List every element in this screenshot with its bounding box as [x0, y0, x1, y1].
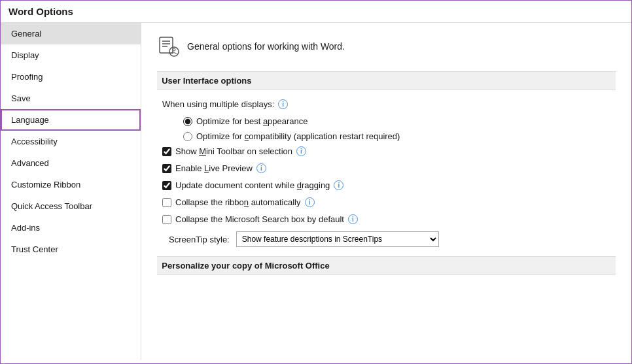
checkbox-collapse-search-label[interactable]: Collapse the Microsoft Search box by def… — [175, 214, 344, 224]
screentip-select[interactable]: Show feature descriptions in ScreenTips … — [236, 231, 439, 247]
sidebar-item-quick-access-toolbar[interactable]: Quick Access Toolbar — [1, 195, 141, 217]
title-bar: Word Options — [1, 1, 631, 23]
sidebar-item-advanced[interactable]: Advanced — [1, 152, 141, 174]
checkbox-mini-toolbar[interactable] — [162, 147, 171, 156]
multiple-displays-row: When using multiple displays: i — [162, 99, 610, 109]
dialog-title: Word Options — [9, 6, 73, 17]
section-personalize: Personalize your copy of Microsoft Offic… — [157, 256, 616, 275]
checkbox-row-mini-toolbar: Show Mini Toolbar on selection i — [162, 146, 610, 156]
content-header-text: General options for working with Word. — [187, 41, 345, 52]
checkbox-collapse-search[interactable] — [162, 215, 171, 224]
radio-row-compatibility: Optimize for compatibility (application … — [183, 131, 610, 141]
checkbox-live-preview[interactable] — [162, 164, 171, 173]
main-container: General Display Proofing Save Language A… — [1, 23, 631, 360]
update-dragging-info-icon: i — [334, 180, 343, 190]
radio-row-best-appearance: Optimize for best appearance — [183, 116, 610, 126]
sidebar-item-display[interactable]: Display — [1, 44, 141, 66]
mini-toolbar-info-icon: i — [296, 146, 306, 156]
collapse-ribbon-info-icon: i — [305, 197, 315, 207]
collapse-search-info-icon: i — [348, 214, 358, 224]
checkbox-row-update-dragging: Update document content while dragging i — [162, 180, 610, 190]
screentip-label: ScreenTip style: — [169, 235, 230, 244]
sidebar-item-customize-ribbon[interactable]: Customize Ribbon — [1, 174, 141, 195]
sidebar-item-proofing[interactable]: Proofing — [1, 66, 141, 88]
radio-best-appearance-label[interactable]: Optimize for best appearance — [196, 116, 308, 126]
radio-compatibility-label[interactable]: Optimize for compatibility (application … — [196, 131, 400, 141]
section-user-interface: User Interface options — [157, 71, 616, 90]
checkbox-row-collapse-ribbon: Collapse the ribbon automatically i — [162, 197, 610, 207]
content-area: General options for working with Word. U… — [141, 23, 631, 360]
sidebar-item-save[interactable]: Save — [1, 88, 141, 109]
checkbox-live-preview-label[interactable]: Enable Live Preview — [175, 163, 253, 173]
sidebar-item-accessibility[interactable]: Accessibility — [1, 131, 141, 152]
live-preview-info-icon: i — [256, 163, 266, 173]
svg-rect-0 — [160, 37, 173, 53]
general-icon — [157, 35, 181, 58]
checkbox-collapse-ribbon[interactable] — [162, 198, 171, 207]
multiple-displays-label: When using multiple displays: — [162, 99, 274, 109]
content-header: General options for working with Word. — [157, 35, 616, 58]
checkbox-row-live-preview: Enable Live Preview i — [162, 163, 610, 173]
checkbox-mini-toolbar-label[interactable]: Show Mini Toolbar on selection — [175, 146, 292, 156]
checkbox-collapse-ribbon-label[interactable]: Collapse the ribbon automatically — [175, 197, 301, 207]
sidebar-item-language[interactable]: Language — [1, 109, 141, 131]
radio-best-appearance[interactable] — [183, 117, 192, 126]
sidebar: General Display Proofing Save Language A… — [1, 23, 141, 360]
radio-group: Optimize for best appearance Optimize fo… — [162, 116, 610, 141]
sidebar-item-general[interactable]: General — [1, 23, 141, 44]
checkbox-update-dragging-label[interactable]: Update document content while dragging — [175, 180, 330, 190]
screentip-row: ScreenTip style: Show feature descriptio… — [162, 231, 610, 247]
sidebar-item-trust-center[interactable]: Trust Center — [1, 239, 141, 260]
checkbox-update-dragging[interactable] — [162, 181, 171, 190]
sidebar-item-add-ins[interactable]: Add-ins — [1, 217, 141, 239]
options-group: When using multiple displays: i Optimize… — [157, 99, 616, 247]
radio-compatibility[interactable] — [183, 132, 192, 141]
checkbox-row-collapse-search: Collapse the Microsoft Search box by def… — [162, 214, 610, 224]
multiple-displays-info-icon: i — [278, 99, 288, 109]
